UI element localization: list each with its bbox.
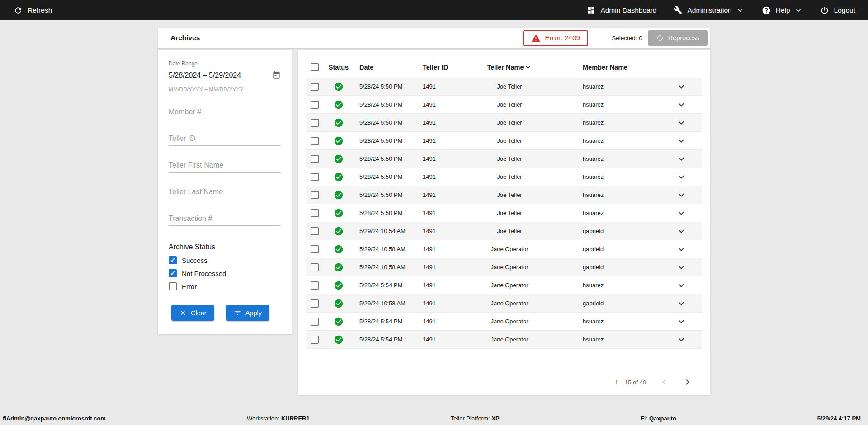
error-checkbox[interactable] bbox=[169, 282, 177, 290]
apply-button[interactable]: Apply bbox=[226, 305, 269, 321]
row-teller-id: 1491 bbox=[420, 137, 465, 144]
expand-row-chevron-icon[interactable] bbox=[676, 81, 687, 92]
column-header-date[interactable]: Date bbox=[351, 64, 420, 71]
success-status-icon bbox=[334, 118, 344, 128]
row-teller-name: Joe Teller bbox=[465, 83, 554, 90]
row-checkbox[interactable] bbox=[311, 83, 319, 91]
reprocess-button[interactable]: Reprocess bbox=[648, 30, 708, 46]
table-row[interactable]: 5/28/24 5:50 PM 1491 Joe Teller hsuarez bbox=[306, 96, 702, 114]
table-row[interactable]: 5/28/24 5:54 PM 1491 Jane Operator hsuar… bbox=[306, 276, 702, 294]
success-checkbox[interactable] bbox=[169, 256, 177, 264]
next-page-button[interactable] bbox=[682, 377, 693, 388]
table-row[interactable]: 5/29/24 10:58 AM 1491 Jane Operator gabr… bbox=[306, 240, 702, 258]
row-teller-id: 1491 bbox=[420, 119, 465, 126]
row-checkbox[interactable] bbox=[311, 336, 319, 344]
expand-row-chevron-icon[interactable] bbox=[676, 208, 687, 219]
row-date: 5/29/24 10:58 AM bbox=[351, 300, 420, 307]
column-header-status[interactable]: Status bbox=[326, 64, 351, 71]
success-checkbox-label: Success bbox=[182, 257, 208, 264]
not-processed-checkbox[interactable] bbox=[169, 269, 177, 277]
expand-row-chevron-icon[interactable] bbox=[676, 280, 687, 291]
expand-row-chevron-icon[interactable] bbox=[676, 99, 687, 110]
expand-row-chevron-icon[interactable] bbox=[676, 190, 687, 201]
expand-row-chevron-icon[interactable] bbox=[676, 135, 687, 146]
row-checkbox[interactable] bbox=[311, 227, 319, 235]
expand-row-chevron-icon[interactable] bbox=[676, 334, 687, 345]
row-checkbox[interactable] bbox=[311, 119, 319, 127]
table-row[interactable]: 5/28/24 5:54 PM 1491 Jane Operator hsuar… bbox=[306, 331, 702, 349]
row-teller-id: 1491 bbox=[420, 246, 465, 252]
row-checkbox[interactable] bbox=[311, 101, 319, 109]
row-member-name: hsuarez bbox=[554, 101, 658, 108]
admin-dashboard-button[interactable]: Admin Dashboard bbox=[587, 6, 656, 14]
table-row[interactable]: 5/28/24 5:54 PM 1491 Jane Operator hsuar… bbox=[306, 313, 702, 331]
table-row[interactable]: 5/29/24 10:54 AM 1491 Joe Teller gabriel… bbox=[306, 222, 702, 240]
teller-last-name-input[interactable] bbox=[169, 185, 281, 199]
error-badge[interactable]: Error: 2409 bbox=[523, 30, 589, 46]
help-menu[interactable]: Help bbox=[762, 6, 803, 15]
teller-id-input[interactable] bbox=[169, 132, 281, 146]
row-checkbox[interactable] bbox=[311, 318, 319, 326]
row-teller-name: Jane Operator bbox=[465, 318, 554, 325]
administration-menu[interactable]: Administration bbox=[674, 6, 744, 15]
table-row[interactable]: 5/28/24 5:50 PM 1491 Joe Teller hsuarez bbox=[306, 114, 702, 132]
expand-row-chevron-icon[interactable] bbox=[676, 316, 687, 327]
main-area: Archives Error: 2409 Selected: 0 Reproce… bbox=[0, 28, 868, 425]
date-range-value[interactable]: 5/28/2024 – 5/29/2024 bbox=[169, 71, 241, 79]
row-checkbox[interactable] bbox=[311, 155, 319, 163]
column-header-teller-id[interactable]: Teller ID bbox=[420, 64, 465, 71]
row-teller-name: Joe Teller bbox=[465, 119, 554, 126]
expand-row-chevron-icon[interactable] bbox=[676, 154, 687, 164]
row-date: 5/28/24 5:50 PM bbox=[351, 83, 420, 90]
selected-count: Selected: 0 bbox=[612, 35, 642, 42]
date-range-field[interactable]: Date Range 5/28/2024 – 5/29/2024 MM/DD/Y… bbox=[169, 61, 281, 93]
member-number-input[interactable] bbox=[169, 105, 281, 119]
row-checkbox[interactable] bbox=[311, 245, 319, 253]
refresh-label: Refresh bbox=[28, 6, 52, 14]
row-teller-name: Jane Operator bbox=[465, 246, 554, 252]
row-checkbox[interactable] bbox=[311, 173, 319, 181]
logout-label: Logout bbox=[834, 6, 855, 14]
chevron-down-icon bbox=[736, 6, 745, 15]
expand-row-chevron-icon[interactable] bbox=[676, 172, 687, 182]
table-row[interactable]: 5/28/24 5:50 PM 1491 Joe Teller hsuarez bbox=[306, 78, 702, 96]
row-teller-id: 1491 bbox=[420, 300, 465, 307]
expand-row-chevron-icon[interactable] bbox=[676, 298, 687, 309]
table-row[interactable]: 5/28/24 5:50 PM 1491 Joe Teller hsuarez bbox=[306, 186, 702, 204]
row-checkbox[interactable] bbox=[311, 209, 319, 217]
table-row[interactable]: 5/29/24 10:58 AM 1491 Jane Operator gabr… bbox=[306, 258, 702, 276]
previous-page-button[interactable] bbox=[659, 377, 670, 388]
table-row[interactable]: 5/28/24 5:50 PM 1491 Joe Teller hsuarez bbox=[306, 132, 702, 150]
status-option-not-processed[interactable]: Not Processed bbox=[169, 269, 281, 277]
transaction-number-input[interactable] bbox=[169, 212, 281, 226]
expand-row-chevron-icon[interactable] bbox=[676, 244, 687, 255]
filter-panel: Date Range 5/28/2024 – 5/29/2024 MM/DD/Y… bbox=[158, 50, 292, 334]
logout-button[interactable]: Logout bbox=[820, 6, 855, 15]
column-header-member-name[interactable]: Member Name bbox=[554, 64, 658, 71]
row-checkbox[interactable] bbox=[311, 299, 319, 308]
table-row[interactable]: 5/28/24 5:50 PM 1491 Joe Teller hsuarez bbox=[306, 168, 702, 186]
row-checkbox[interactable] bbox=[311, 281, 319, 290]
column-header-teller-name[interactable]: Teller Name bbox=[465, 63, 554, 71]
table-row[interactable]: 5/28/24 5:50 PM 1491 Joe Teller hsuarez bbox=[306, 204, 702, 222]
select-all-checkbox[interactable] bbox=[311, 63, 319, 71]
row-checkbox[interactable] bbox=[311, 191, 319, 199]
refresh-button[interactable]: Refresh bbox=[14, 6, 52, 15]
table-row[interactable]: 5/29/24 10:58 AM 1491 Jane Operator gabr… bbox=[306, 294, 702, 313]
row-date: 5/28/24 5:50 PM bbox=[351, 210, 420, 216]
expand-row-chevron-icon[interactable] bbox=[676, 262, 687, 273]
apply-button-label: Apply bbox=[245, 309, 262, 317]
expand-row-chevron-icon[interactable] bbox=[676, 117, 687, 128]
archive-status-options: Success Not Processed Error bbox=[169, 256, 281, 290]
status-option-success[interactable]: Success bbox=[169, 256, 281, 264]
fi-info: FI:Qaxpauto bbox=[641, 415, 676, 422]
teller-first-name-input[interactable] bbox=[169, 159, 281, 173]
row-checkbox[interactable] bbox=[311, 137, 319, 145]
clear-button[interactable]: Clear bbox=[171, 305, 214, 321]
status-option-error[interactable]: Error bbox=[169, 282, 281, 290]
calendar-icon[interactable] bbox=[272, 71, 281, 79]
row-checkbox[interactable] bbox=[311, 263, 319, 271]
expand-row-chevron-icon[interactable] bbox=[676, 226, 687, 237]
reprocess-icon bbox=[656, 34, 664, 42]
table-row[interactable]: 5/28/24 5:50 PM 1491 Joe Teller hsuarez bbox=[306, 150, 702, 168]
